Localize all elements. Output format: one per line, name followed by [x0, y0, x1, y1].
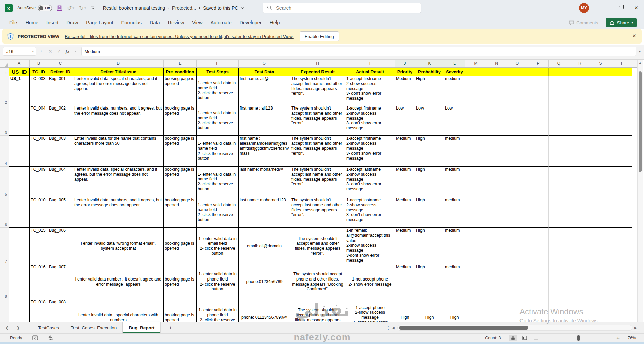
cell-Q6[interactable]	[549, 197, 569, 228]
cell-L8[interactable]: medium	[444, 264, 465, 299]
cell-N4[interactable]	[486, 136, 507, 167]
page-layout-view-button[interactable]	[520, 335, 529, 341]
enable-editing-button[interactable]: Enable Editing	[300, 31, 339, 41]
cell-H9[interactable]: The system shouldn't accept phone and ot…	[290, 299, 345, 322]
ribbon-tab-developer[interactable]: Developer	[235, 16, 265, 29]
formula-bar-expand-icon[interactable]: ▾	[639, 50, 641, 53]
cell-S9[interactable]	[590, 299, 611, 322]
cell-F7[interactable]: 1- enter valid data in email field 2- cl…	[197, 228, 239, 264]
row-header-3[interactable]: 3	[0, 105, 9, 136]
ribbon-tab-help[interactable]: Help	[266, 16, 284, 29]
cell-D5[interactable]: I enter invalid data, special characters…	[73, 167, 164, 197]
cell-S6[interactable]	[590, 197, 611, 228]
cell-M1[interactable]	[465, 68, 486, 76]
cell-J3[interactable]: Low	[395, 105, 415, 136]
cell-F9[interactable]: 1- enter valid data in phone field 2- cl…	[197, 299, 239, 322]
comments-button[interactable]: Comments	[569, 20, 598, 25]
cell-P2[interactable]	[528, 76, 549, 105]
cell-K5[interactable]: High	[415, 167, 444, 197]
ribbon-tab-view[interactable]: View	[188, 16, 206, 29]
column-header-N[interactable]: N	[486, 60, 507, 68]
cell-J6[interactable]: Medium	[395, 197, 415, 228]
fx-dropdown-icon[interactable]: ▾	[72, 50, 79, 53]
cell-E3[interactable]: booking page is opened	[164, 105, 197, 136]
cell-I1[interactable]: Actual Result	[345, 68, 395, 76]
cell-I5[interactable]: 1-accept lastname 2-show success message…	[345, 167, 395, 197]
ribbon-tab-page-layout[interactable]: Page Layout	[82, 16, 117, 29]
row-header-2[interactable]: 2	[0, 76, 9, 105]
cell-S4[interactable]	[590, 136, 611, 167]
cell-K8[interactable]: High	[415, 264, 444, 299]
cell-I6[interactable]: 1-accept lastname 2-show success message…	[345, 197, 395, 228]
cell-S2[interactable]	[590, 76, 611, 105]
cell-C5[interactable]: Bug_004	[48, 167, 73, 197]
saved-status[interactable]: Saved to this PC	[203, 5, 238, 11]
cell-D9[interactable]: i enter invalid data , special character…	[73, 299, 164, 322]
ribbon-tab-automate[interactable]: Automate	[206, 16, 235, 29]
cell-B8[interactable]: TC_016	[30, 264, 48, 299]
cell-P7[interactable]	[528, 228, 549, 264]
column-header-A[interactable]: A	[9, 60, 30, 68]
sheet-tab-testcases[interactable]: TestCases	[32, 322, 65, 333]
cell-G1[interactable]: Test Data	[239, 68, 290, 76]
insert-function-button[interactable]: fx	[63, 49, 72, 54]
cell-R1[interactable]	[569, 68, 590, 76]
tab-options-icon[interactable]: ⋮	[386, 325, 391, 330]
cell-K1[interactable]: Probability	[415, 68, 444, 76]
cell-F6[interactable]: 1- enter valid data in name field 2- cli…	[197, 197, 239, 228]
cell-E5[interactable]: booking page is opened	[164, 167, 197, 197]
cell-E7[interactable]: booking page is opened	[164, 228, 197, 264]
cell-L3[interactable]: Low	[444, 105, 465, 136]
cell-M3[interactable]	[465, 105, 486, 136]
column-header-E[interactable]: E	[164, 60, 197, 68]
cell-T9[interactable]	[611, 299, 632, 322]
cell-G9[interactable]: phone: 011234567890@	[239, 299, 290, 322]
cell-O9[interactable]	[507, 299, 528, 322]
cell-T6[interactable]	[611, 197, 632, 228]
cell-G4[interactable]: first name : aliesamnamdesamdfjgfes amfd…	[239, 136, 290, 167]
column-header-Q[interactable]: Q	[549, 60, 569, 68]
cell-Q5[interactable]	[549, 167, 569, 197]
column-header-C[interactable]: C	[48, 60, 73, 68]
cell-G6[interactable]: last name: mohamed123	[239, 197, 290, 228]
cell-B1[interactable]: TC_ID	[30, 68, 48, 76]
zoom-out-button[interactable]: −	[548, 335, 551, 341]
hscroll-right-icon[interactable]: ▶	[634, 326, 637, 330]
cell-S3[interactable]	[590, 105, 611, 136]
page-break-view-button[interactable]	[532, 335, 540, 341]
cell-I8[interactable]: 1-not accept phone 2- show error message	[345, 264, 395, 299]
row-header-7[interactable]: 7	[0, 228, 9, 264]
share-button[interactable]: Share ▾	[606, 18, 637, 27]
cell-H2[interactable]: The system shouldn't accept first name a…	[290, 76, 345, 105]
cell-J2[interactable]: Medium	[395, 76, 415, 105]
cell-M7[interactable]	[465, 228, 486, 264]
cell-C7[interactable]: Bug_006	[48, 228, 73, 264]
row-header-8[interactable]: 8	[0, 264, 9, 299]
column-header-I[interactable]: I	[345, 60, 395, 68]
row-header-5[interactable]: 5	[0, 167, 9, 197]
cell-J4[interactable]: Medium	[395, 136, 415, 167]
cell-C3[interactable]: Bug_002	[48, 105, 73, 136]
cell-B5[interactable]: TC_009	[30, 167, 48, 197]
cell-O8[interactable]	[507, 264, 528, 299]
normal-view-button[interactable]	[509, 335, 517, 341]
redo-dropdown-icon[interactable]: ▾	[84, 6, 86, 10]
cell-T4[interactable]	[611, 136, 632, 167]
save-button[interactable]	[57, 5, 62, 11]
cell-F5[interactable]: 1- enter valid data in name field 2- cli…	[197, 167, 239, 197]
cell-T8[interactable]	[611, 264, 632, 299]
cell-O1[interactable]	[507, 68, 528, 76]
cell-K9[interactable]: High	[415, 299, 444, 322]
formula-input[interactable]: Medium	[81, 47, 636, 56]
column-header-K[interactable]: K	[415, 60, 444, 68]
name-box-dropdown-icon[interactable]: ▾	[32, 50, 34, 53]
cell-R3[interactable]	[569, 105, 590, 136]
cell-L2[interactable]: medium	[444, 76, 465, 105]
cell-Q4[interactable]	[549, 136, 569, 167]
ribbon-tab-data[interactable]: Data	[146, 16, 164, 29]
horizontal-scrollbar[interactable]	[397, 325, 632, 331]
avatar[interactable]: MY	[579, 3, 589, 13]
cell-K6[interactable]: High	[415, 197, 444, 228]
cell-B2[interactable]: TC_003	[30, 76, 48, 105]
cell-S1[interactable]	[590, 68, 611, 76]
